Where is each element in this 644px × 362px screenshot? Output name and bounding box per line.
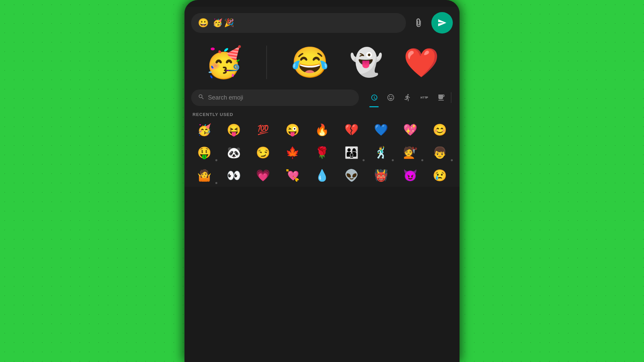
- sticker-row: 🥳 😂 👻 ❤️: [184, 39, 460, 86]
- emoji-cell[interactable]: 🍁: [278, 143, 307, 162]
- emoji-cell[interactable]: 🐼: [219, 143, 248, 162]
- emoji-grid-row3: 🤷 👀 💗 💘 💧 👽 👹 😈 😢: [184, 164, 460, 187]
- emoji-toggle-icon[interactable]: 😀: [198, 18, 209, 28]
- emoji-cell[interactable]: 👽: [337, 166, 366, 185]
- sticker-heart[interactable]: ❤️: [404, 48, 439, 77]
- message-emojis: 🥳 🎉: [213, 18, 234, 27]
- attach-button[interactable]: [410, 14, 427, 32]
- emoji-cell[interactable]: 👹: [367, 166, 395, 185]
- emoji-cell[interactable]: 🕺: [367, 143, 395, 162]
- search-placeholder: Search emoji: [208, 94, 243, 101]
- phone-container: 😀 🥳 🎉 🥳 😂 👻 ❤️: [184, 0, 460, 362]
- emoji-cell[interactable]: 😊: [425, 120, 454, 139]
- emoji-grid-row2: 🤑 🐼 😏 🍁 🌹 👨‍👩‍👦 🕺 💇 👦: [184, 141, 460, 164]
- emoji-cell[interactable]: 🌹: [308, 143, 336, 162]
- emoji-cell[interactable]: 😏: [249, 143, 278, 162]
- message-emoji-2: 🎉: [224, 18, 234, 27]
- sticker-divider: [266, 46, 267, 79]
- section-label: RECENTLY USED: [184, 109, 460, 118]
- emoji-cell[interactable]: 🤑: [190, 143, 219, 162]
- emoji-cell[interactable]: 😢: [425, 166, 454, 185]
- message-emoji-1: 🥳: [213, 18, 223, 27]
- emoji-cell[interactable]: 💯: [249, 120, 278, 139]
- sticker-party-face[interactable]: 🥳: [205, 47, 243, 77]
- tab-food[interactable]: [433, 89, 449, 106]
- emoji-cell[interactable]: 💇: [396, 143, 425, 162]
- emoji-cell[interactable]: 🤷: [190, 166, 219, 185]
- emoji-picker: Search emoji: [184, 86, 460, 187]
- category-tabs: [364, 89, 453, 106]
- search-row: Search emoji: [184, 86, 460, 109]
- search-icon: [198, 94, 205, 102]
- tab-smileys[interactable]: [382, 89, 399, 106]
- emoji-cell[interactable]: 💗: [249, 166, 278, 185]
- emoji-cell[interactable]: 👀: [219, 166, 248, 185]
- search-box[interactable]: Search emoji: [191, 89, 359, 106]
- emoji-cell[interactable]: 😝: [219, 120, 248, 139]
- tab-recent[interactable]: [366, 89, 382, 106]
- tab-people[interactable]: [399, 89, 416, 106]
- emoji-grid-row1: 🥳 😝 💯 😜 🔥 💔 💙 💖 😊: [184, 118, 460, 141]
- emoji-cell[interactable]: 👦: [425, 143, 454, 162]
- emoji-cell[interactable]: 😜: [278, 120, 307, 139]
- sticker-ghost[interactable]: 👻: [350, 49, 383, 76]
- message-input-area[interactable]: 😀 🥳 🎉: [191, 13, 406, 33]
- emoji-cell[interactable]: 👨‍👩‍👦: [337, 143, 366, 162]
- emoji-cell[interactable]: 💔: [337, 120, 366, 139]
- message-bar: 😀 🥳 🎉: [184, 7, 460, 39]
- emoji-cell[interactable]: 💧: [308, 166, 336, 185]
- emoji-cell[interactable]: 💖: [396, 120, 425, 139]
- tab-divider: [451, 92, 451, 103]
- emoji-cell[interactable]: 🔥: [308, 120, 336, 139]
- emoji-cell[interactable]: 💘: [278, 166, 307, 185]
- emoji-cell[interactable]: 🥳: [190, 120, 219, 139]
- sticker-laughing[interactable]: 😂: [291, 47, 329, 77]
- emoji-cell[interactable]: 💙: [367, 120, 395, 139]
- emoji-cell[interactable]: 😈: [396, 166, 425, 185]
- tab-animals[interactable]: [416, 89, 433, 106]
- send-button[interactable]: [431, 12, 453, 34]
